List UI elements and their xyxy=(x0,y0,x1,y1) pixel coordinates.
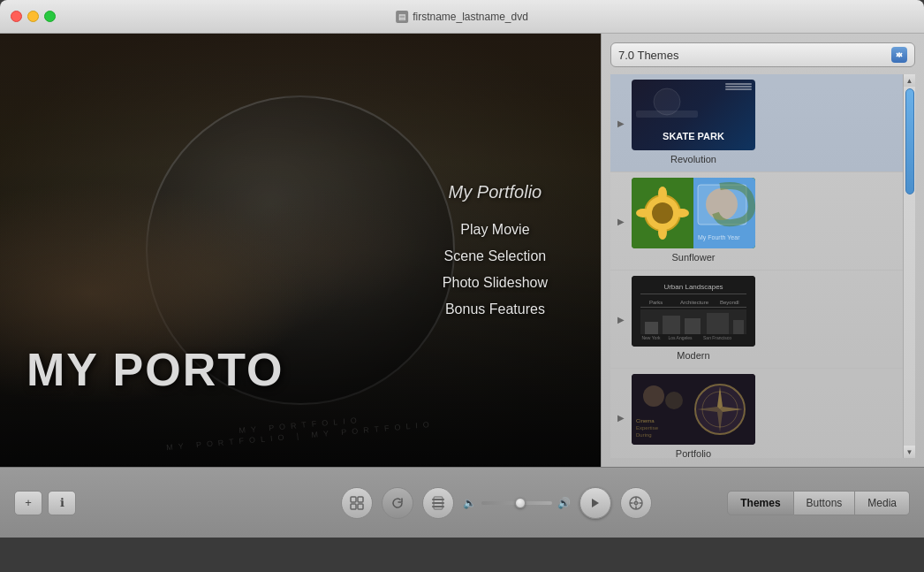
svg-point-8 xyxy=(658,225,667,240)
svg-text:Beyondl: Beyondl xyxy=(720,300,739,305)
play-icon xyxy=(589,497,602,509)
svg-text:Los Angeles: Los Angeles xyxy=(668,335,693,340)
scrollbar-thumb[interactable] xyxy=(905,88,914,194)
window-icon: ▤ xyxy=(396,11,408,23)
close-button[interactable] xyxy=(11,11,22,22)
svg-text:Architecture: Architecture xyxy=(680,300,709,305)
thumb-inner-revolution xyxy=(632,80,755,150)
svg-text:During: During xyxy=(636,432,652,438)
menu-item-play-movie[interactable]: Play Movie xyxy=(443,220,548,240)
add-icon: + xyxy=(25,496,32,509)
svg-rect-26 xyxy=(733,320,744,334)
svg-point-37 xyxy=(643,385,664,407)
layout-icon xyxy=(430,495,446,511)
theme-name-fourth: Portfolio xyxy=(676,446,711,458)
theme-play-icon-fourth: ▶ xyxy=(614,410,628,424)
menu-item-bonus-features[interactable]: Bonus Features xyxy=(443,300,548,319)
thumb-inner-modern: Urban Landscapes Parks Architecture Beyo… xyxy=(632,276,755,347)
add-button[interactable]: + xyxy=(14,491,42,515)
themes-scroll-area[interactable]: ▶ xyxy=(610,74,903,458)
svg-text:Urban Landscapes: Urban Landscapes xyxy=(663,283,723,291)
theme-thumbnail-fourth: Cinema Expertise During xyxy=(632,374,755,445)
themes-list: ▶ xyxy=(610,74,915,458)
theme-content-revolution: Revolution xyxy=(632,80,755,166)
theme-content-modern: Urban Landscapes Parks Architecture Beyo… xyxy=(632,276,755,362)
grid-layout-button[interactable] xyxy=(341,487,373,519)
svg-rect-16 xyxy=(640,294,746,294)
preview-background: MY PORTO MY PORTFOLIO MY PORTFOLIO | MY … xyxy=(0,34,601,467)
svg-rect-45 xyxy=(358,504,363,509)
tab-themes[interactable]: Themes xyxy=(727,491,793,515)
volume-slider-thumb[interactable] xyxy=(515,498,526,508)
compass-button[interactable] xyxy=(620,487,652,519)
scrollbar-track xyxy=(905,88,914,444)
theme-content-sunflower: My Fourth Year Sunflower xyxy=(632,178,755,264)
layout-button[interactable] xyxy=(422,487,454,519)
scrollbar-down-button[interactable]: ▼ xyxy=(904,446,916,458)
tab-buttons: Themes Buttons Media xyxy=(727,491,910,515)
maximize-button[interactable] xyxy=(44,11,56,22)
info-button[interactable]: ℹ xyxy=(48,491,76,515)
scrollbar-up-button[interactable]: ▲ xyxy=(904,74,916,87)
volume-max-icon: 🔊 xyxy=(557,497,571,509)
bottom-toolbar: + ℹ xyxy=(0,467,924,538)
toolbar-left: + ℹ xyxy=(14,491,76,515)
menu-items-list: Play Movie Scene Selection Photo Slidesh… xyxy=(443,220,548,319)
compass-icon xyxy=(628,495,644,511)
play-button[interactable] xyxy=(579,487,611,519)
themes-dropdown[interactable]: 7.0 Themes xyxy=(610,42,915,67)
theme-thumbnail-modern: Urban Landscapes Parks Architecture Beyo… xyxy=(632,276,755,347)
svg-text:Cinema: Cinema xyxy=(636,418,655,423)
theme-play-icon-revolution: ▶ xyxy=(614,116,628,130)
theme-item-revolution[interactable]: ▶ xyxy=(610,74,903,172)
menu-item-photo-slideshow[interactable]: Photo Slideshow xyxy=(443,273,548,293)
dvd-menu: My Portfolio Play Movie Scene Selection … xyxy=(443,182,548,319)
minimize-button[interactable] xyxy=(27,11,39,22)
grid-icon xyxy=(349,495,365,511)
theme-play-icon-modern: ▶ xyxy=(614,312,628,326)
dropdown-arrow-icon xyxy=(891,47,907,63)
big-text-logo: MY PORTO xyxy=(27,343,284,396)
theme-item-sunflower[interactable]: ▶ xyxy=(610,172,903,271)
svg-point-10 xyxy=(675,209,689,217)
main-area: MY PORTO MY PORTFOLIO MY PORTFOLIO | MY … xyxy=(0,34,924,467)
themes-scrollbar[interactable]: ▲ ▼ xyxy=(903,74,915,458)
volume-slider-track[interactable] xyxy=(481,501,552,505)
rotate-icon xyxy=(390,495,405,511)
theme-name-sunflower: Sunflower xyxy=(672,250,716,264)
thumb-inner-sunflower: My Fourth Year xyxy=(632,178,755,248)
svg-rect-42 xyxy=(351,497,356,502)
theme-play-icon-sunflower: ▶ xyxy=(614,214,628,228)
thumb-inner-fourth: Cinema Expertise During xyxy=(632,374,755,445)
theme-thumbnail-sunflower: My Fourth Year xyxy=(632,178,755,248)
svg-point-12 xyxy=(706,188,738,220)
svg-rect-22 xyxy=(645,322,658,334)
svg-text:My Fourth Year: My Fourth Year xyxy=(698,234,740,241)
svg-rect-23 xyxy=(663,316,680,334)
svg-rect-20 xyxy=(640,307,746,308)
theme-thumbnail-revolution xyxy=(632,80,755,150)
svg-point-7 xyxy=(658,187,667,201)
svg-text:San Francisco: San Francisco xyxy=(703,335,731,340)
theme-name-modern: Modern xyxy=(677,348,709,362)
tab-media[interactable]: Media xyxy=(855,491,910,515)
tab-buttons-btn[interactable]: Buttons xyxy=(794,491,856,515)
rotate-button[interactable] xyxy=(382,487,413,519)
svg-text:New York: New York xyxy=(641,335,661,340)
svg-rect-2 xyxy=(636,111,698,118)
svg-point-6 xyxy=(652,202,673,224)
svg-text:Parks: Parks xyxy=(649,300,663,305)
svg-point-9 xyxy=(636,209,650,217)
themes-panel: 7.0 Themes ▶ xyxy=(601,34,924,467)
theme-item-fourth[interactable]: ▶ xyxy=(610,369,903,458)
theme-item-modern[interactable]: ▶ Urban Landscapes Parks Architec xyxy=(610,271,903,369)
title-bar: ▤ firstname_lastname_dvd xyxy=(0,0,924,34)
svg-rect-24 xyxy=(685,318,701,334)
menu-item-scene-selection[interactable]: Scene Selection xyxy=(443,247,548,266)
svg-marker-51 xyxy=(592,499,599,507)
info-icon: ℹ xyxy=(60,496,64,509)
window-title: ▤ firstname_lastname_dvd xyxy=(396,11,528,23)
themes-dropdown-label: 7.0 Themes xyxy=(618,49,678,62)
svg-rect-43 xyxy=(358,497,363,502)
svg-rect-44 xyxy=(351,504,356,509)
